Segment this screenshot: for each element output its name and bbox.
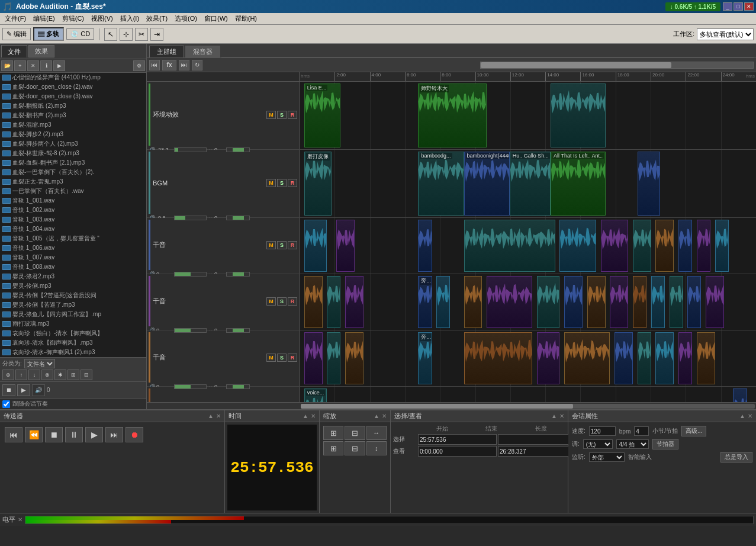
file-item[interactable]: 血裂-脚步2 (2).mp3	[0, 130, 146, 139]
track-r-btn[interactable]: R	[288, 111, 297, 119]
selection-close[interactable]: ✕	[559, 413, 564, 419]
tab-mixer[interactable]: 混音器	[185, 46, 220, 57]
waveform-block[interactable]: 师野铃木大	[418, 83, 487, 147]
waveform-block[interactable]: 磨打皮像	[304, 152, 332, 216]
track-r-btn[interactable]: R	[288, 241, 297, 249]
waveform-block[interactable]	[327, 276, 340, 328]
menu-edit[interactable]: 编辑(E)	[30, 13, 59, 24]
file-item[interactable]: 血裂-混缩.mp3	[0, 120, 146, 130]
waveform-block[interactable]	[633, 220, 651, 272]
file-item[interactable]: 血裂-林世康-驾-8 (2).mp3	[0, 149, 146, 158]
file-item[interactable]: 音轨 1_007.wav	[0, 253, 146, 262]
footer-btn-3[interactable]: ↓	[28, 370, 40, 380]
razor-tool[interactable]: ✂	[135, 28, 148, 41]
track-s-btn[interactable]: S	[277, 111, 287, 119]
track-r-btn[interactable]: R	[288, 354, 297, 362]
waveform-block[interactable]: voice...	[304, 388, 327, 402]
file-item[interactable]: 血裂-一巴掌倒下（百夫长）(2).	[0, 168, 146, 177]
monitor-select[interactable]: 外部	[589, 452, 625, 462]
waveform-block[interactable]: All That Is Left.. Ant..	[551, 152, 606, 216]
files-tab[interactable]: 文件	[1, 45, 27, 57]
waveform-block[interactable]	[564, 332, 610, 384]
zoom-close[interactable]: ✕	[382, 413, 387, 419]
remove-file-btn[interactable]: ✕	[27, 60, 39, 71]
open-file-btn[interactable]: 📂	[1, 60, 13, 71]
zoom-fit-h-btn[interactable]: ↔	[366, 426, 387, 440]
file-item[interactable]: 音轨 1_002.wav	[0, 205, 146, 215]
track-m-btn[interactable]: M	[266, 179, 276, 187]
add-file-btn[interactable]: +	[14, 60, 26, 71]
transport-close[interactable]: ✕	[216, 413, 221, 419]
zoom-expand[interactable]: ▲	[374, 413, 379, 419]
menu-options[interactable]: 选项(O)	[171, 13, 201, 24]
advanced-btn[interactable]: 高级...	[681, 426, 706, 436]
waveform-block[interactable]	[537, 276, 560, 328]
track-content[interactable]: voice...	[300, 387, 756, 402]
file-list[interactable]: 心惶惶的怪异声音 (44100 Hz).mp血裂-door_open_close…	[0, 73, 146, 357]
transport-expand[interactable]: ▲	[208, 413, 214, 419]
waveform-block[interactable]	[551, 83, 606, 147]
waveform-block[interactable]	[655, 220, 674, 272]
file-item[interactable]: 血裂-血裂-翻书声 (2.1).mp3	[0, 158, 146, 168]
view-end-input[interactable]	[498, 446, 577, 457]
waveform-block[interactable]	[345, 332, 363, 384]
track-content[interactable]: 旁...	[300, 330, 756, 386]
waveform-block[interactable]	[697, 332, 715, 384]
waveform-block[interactable]	[327, 332, 340, 384]
footer-btn-5[interactable]: ✱	[54, 370, 66, 380]
file-item[interactable]: 婴灵-伶俐【2苦逼死(这音质没问	[0, 291, 146, 300]
forward-btn[interactable]: ⏭	[179, 60, 189, 70]
track-m-btn[interactable]: M	[266, 297, 276, 306]
file-item[interactable]: 血裂-door_open_close (3).wav	[0, 92, 146, 101]
waveform-block[interactable]	[655, 332, 674, 384]
track-s-btn[interactable]: S	[277, 179, 287, 187]
file-item[interactable]: 音轨 1_004.wav	[0, 224, 146, 234]
file-item[interactable]: 婴灵-涤君2.mp3	[0, 272, 146, 281]
file-item[interactable]: 雨打玻璃.mp3	[0, 319, 146, 329]
menu-help[interactable]: 帮助(H)	[231, 13, 260, 24]
waveform-block[interactable]	[633, 276, 646, 328]
waveform-block[interactable]: bamboonight(4440... Hu...	[464, 152, 510, 216]
horizontal-scrollbar[interactable]	[147, 402, 756, 409]
fx-btn[interactable]: fx	[162, 60, 176, 70]
track-r-btn[interactable]: R	[288, 297, 297, 306]
file-item[interactable]: 音轨 1_001.wav	[0, 196, 146, 205]
file-item[interactable]: 音轨 1_005（迟，婴儿窑重音童 "	[0, 234, 146, 243]
waveform-block[interactable]: bamboodg...	[418, 152, 464, 216]
waveform-block[interactable]	[715, 220, 729, 272]
follow-session-label[interactable]: 跟随会话节奏	[2, 400, 144, 408]
waveform-block[interactable]	[687, 276, 701, 328]
rewind-btn[interactable]: ⏮	[149, 60, 160, 70]
track-content[interactable]: 磨打皮像bamboodg...bamboonight(4440... Hu...…	[300, 150, 756, 217]
waveform-block[interactable]	[601, 220, 628, 272]
footer-btn-7[interactable]: ⊟	[81, 370, 92, 380]
footer-btn-6[interactable]: ⊞	[67, 370, 79, 380]
waveform-block[interactable]	[678, 332, 692, 384]
file-item[interactable]: 一巴掌倒下（百夫长）.wav	[0, 187, 146, 196]
pause-btn[interactable]: ⏸	[65, 427, 83, 442]
waveform-block[interactable]	[304, 220, 327, 272]
sel-start-input[interactable]	[418, 434, 497, 445]
waveform-block[interactable]	[436, 276, 450, 328]
sort-select[interactable]: 文件名	[24, 359, 55, 368]
waveform-block[interactable]	[733, 388, 747, 402]
properties-btn[interactable]: ℹ	[40, 60, 52, 71]
file-item[interactable]: 音轨 1_003.wav	[0, 215, 146, 224]
maximize-btn[interactable]: □	[734, 2, 743, 11]
file-item[interactable]: 血裂-翻报纸 (2).mp3	[0, 101, 146, 111]
track-m-btn[interactable]: M	[266, 111, 276, 119]
waveform-block[interactable]	[638, 152, 661, 216]
file-item[interactable]: 心惶惶的怪异声音 (44100 Hz).mp	[0, 73, 146, 82]
cd-mode-btn[interactable]: 💿 CD	[66, 28, 94, 40]
close-btn[interactable]: ✕	[744, 2, 754, 11]
tab-main-group[interactable]: 主群组	[149, 46, 184, 57]
file-item[interactable]: 血裂-door_open_close (2).wav	[0, 82, 146, 92]
zoom-out-v-btn[interactable]: ⊟	[345, 441, 365, 455]
waveform-block[interactable]	[610, 276, 628, 328]
track-content[interactable]: 旁...	[300, 274, 756, 330]
menu-insert[interactable]: 插入(I)	[117, 13, 143, 24]
waveform-block[interactable]	[678, 220, 692, 272]
waveform-block[interactable]	[345, 276, 363, 328]
timeline-scroll[interactable]	[480, 62, 754, 69]
footer-btn-2[interactable]: ↑	[15, 370, 27, 380]
